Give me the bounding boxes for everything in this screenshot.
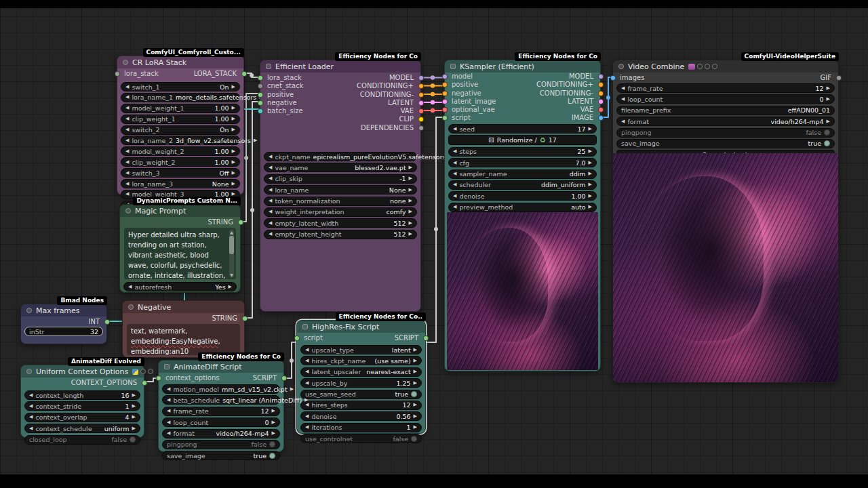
toggle-knob-icon[interactable] bbox=[269, 441, 275, 447]
left-arrow-icon[interactable]: ◀ bbox=[269, 221, 272, 226]
input-port-negative[interactable] bbox=[442, 91, 448, 96]
graph-canvas[interactable]: ComfyUI_Comfyroll_Custo... CR LoRA Stack… bbox=[0, 0, 868, 488]
widget-save_image[interactable]: save_imagetrue bbox=[162, 451, 280, 460]
node-uniform-context-options[interactable]: AnimateDiff Evolved Uniform Context Opti… bbox=[20, 365, 144, 438]
widget-switch_1[interactable]: ◀switch_1On▶ bbox=[121, 82, 240, 92]
widget-hires_ckpt_name[interactable]: ◀hires_ckpt_name(use same)▶ bbox=[300, 356, 422, 365]
output-port-LORA_STACK[interactable] bbox=[241, 71, 247, 77]
output-port-IMAGE[interactable] bbox=[598, 115, 604, 121]
scrollbar-thumb[interactable] bbox=[229, 236, 234, 254]
widget-empty_latent_width[interactable]: ◀empty_latent_width512▶ bbox=[264, 218, 417, 228]
node-header[interactable]: Max frames bbox=[21, 304, 106, 317]
left-arrow-icon[interactable]: ◀ bbox=[269, 188, 272, 192]
left-arrow-icon[interactable]: ◀ bbox=[29, 404, 33, 409]
right-arrow-icon[interactable]: ▶ bbox=[827, 119, 830, 124]
left-arrow-icon[interactable]: ◀ bbox=[453, 171, 456, 176]
left-arrow-icon[interactable]: ◀ bbox=[125, 95, 129, 100]
right-arrow-icon[interactable]: ▶ bbox=[272, 409, 275, 413]
right-arrow-icon[interactable]: ▶ bbox=[232, 106, 235, 110]
right-arrow-icon[interactable]: ▶ bbox=[229, 285, 232, 289]
right-arrow-icon[interactable]: ▶ bbox=[409, 232, 412, 237]
left-arrow-icon[interactable]: ◀ bbox=[453, 182, 456, 187]
right-arrow-icon[interactable]: ▶ bbox=[132, 404, 136, 409]
right-arrow-icon[interactable]: ▶ bbox=[232, 182, 235, 186]
right-arrow-icon[interactable]: ▶ bbox=[414, 348, 417, 352]
widget-format[interactable]: ◀formatvideo/h264-mp4▶ bbox=[616, 117, 835, 126]
output-port-CONDITIONING+[interactable] bbox=[418, 83, 424, 89]
output-port-DEPENDENCIES[interactable] bbox=[418, 125, 424, 131]
left-arrow-icon[interactable]: ◀ bbox=[125, 138, 129, 143]
widget-model_weight_2[interactable]: ◀model_weight_21.00▶ bbox=[121, 146, 240, 156]
input-port-positive[interactable] bbox=[442, 82, 448, 87]
output-port-CONDITIONING-[interactable] bbox=[418, 92, 424, 98]
left-arrow-icon[interactable]: ◀ bbox=[269, 199, 272, 203]
right-arrow-icon[interactable]: ▶ bbox=[232, 171, 235, 176]
scroll-up-icon[interactable]: ▲ bbox=[229, 230, 234, 235]
left-arrow-icon[interactable]: ◀ bbox=[167, 387, 170, 392]
output-port-MODEL[interactable] bbox=[598, 74, 604, 79]
right-arrow-icon[interactable]: ▶ bbox=[414, 381, 417, 386]
widget-switch_2[interactable]: ◀switch_2On▶ bbox=[121, 125, 240, 135]
prompt-textarea[interactable]: Hyper detailed ultra sharp, trending on … bbox=[124, 228, 236, 279]
node-header[interactable]: Uniform Context Options bbox=[21, 365, 144, 378]
textarea-scrollbar[interactable]: ▲▼ bbox=[229, 230, 234, 277]
widget-context_stride[interactable]: ◀context_stride1▶ bbox=[24, 401, 140, 411]
left-arrow-icon[interactable]: ◀ bbox=[305, 348, 309, 352]
right-arrow-icon[interactable]: ▶ bbox=[827, 97, 830, 102]
right-arrow-icon[interactable]: ▶ bbox=[409, 188, 412, 192]
widget-empty_latent_height[interactable]: ◀empty_latent_height512▶ bbox=[264, 230, 417, 239]
left-arrow-icon[interactable]: ◀ bbox=[269, 155, 272, 159]
widget-preview_method[interactable]: ◀preview_methodauto▶ bbox=[448, 203, 597, 212]
output-port-SCRIPT[interactable] bbox=[423, 336, 429, 341]
input-port-cnet_stack[interactable] bbox=[258, 83, 263, 89]
widget-weight_interpretation[interactable]: ◀weight_interpretationcomfy▶ bbox=[264, 207, 417, 217]
right-arrow-icon[interactable]: ▶ bbox=[132, 393, 136, 398]
widget-pingpong[interactable]: pingpongfalse bbox=[616, 128, 835, 138]
input-port-model[interactable] bbox=[442, 74, 448, 79]
widget-context_overlap[interactable]: ◀context_overlap4▶ bbox=[24, 413, 140, 422]
output-port-CLIP[interactable] bbox=[418, 117, 424, 122]
widget-ckpt_name[interactable]: ◀ckpt_nameepicrealism_pureEvolutionV5.sa… bbox=[264, 152, 417, 161]
right-arrow-icon[interactable]: ▶ bbox=[589, 205, 592, 209]
widget-pingpong[interactable]: pingpongfalse bbox=[162, 440, 280, 449]
left-arrow-icon[interactable]: ◀ bbox=[621, 86, 625, 91]
right-arrow-icon[interactable]: ▶ bbox=[409, 209, 412, 214]
right-arrow-icon[interactable]: ▶ bbox=[304, 398, 308, 403]
left-arrow-icon[interactable]: ◀ bbox=[453, 194, 456, 199]
left-arrow-icon[interactable]: ◀ bbox=[305, 381, 309, 386]
left-arrow-icon[interactable]: ◀ bbox=[305, 369, 309, 374]
right-arrow-icon[interactable]: ▶ bbox=[272, 420, 275, 425]
widget-loop_count[interactable]: ◀loop_count0▶ bbox=[162, 418, 280, 427]
right-arrow-icon[interactable]: ▶ bbox=[414, 403, 417, 407]
left-arrow-icon[interactable]: ◀ bbox=[128, 285, 132, 289]
left-arrow-icon[interactable]: ◀ bbox=[621, 97, 625, 102]
right-arrow-icon[interactable]: ▶ bbox=[409, 221, 412, 226]
widget-iterations[interactable]: ◀iterations1▶ bbox=[300, 423, 422, 432]
right-arrow-icon[interactable]: ▶ bbox=[589, 182, 592, 187]
output-port-VAE[interactable] bbox=[418, 108, 424, 114]
widget-clip_skip[interactable]: ◀clip_skip-1▶ bbox=[264, 174, 417, 184]
node-header[interactable]: Negative bbox=[123, 301, 244, 313]
left-arrow-icon[interactable]: ◀ bbox=[125, 160, 129, 165]
widget-lora_name[interactable]: ◀lora_nameNone▶ bbox=[264, 185, 417, 195]
output-port-CONDITIONING+[interactable] bbox=[598, 82, 604, 87]
toggle-knob-icon[interactable] bbox=[411, 436, 417, 442]
widget-hires_steps[interactable]: ◀hires_steps12▶ bbox=[300, 401, 422, 410]
left-arrow-icon[interactable]: ◀ bbox=[29, 393, 33, 398]
right-arrow-icon[interactable]: ▶ bbox=[232, 127, 235, 132]
left-arrow-icon[interactable]: ◀ bbox=[621, 119, 625, 124]
output-port-LATENT[interactable] bbox=[598, 99, 604, 104]
left-arrow-icon[interactable]: ◀ bbox=[453, 127, 456, 131]
right-arrow-icon[interactable]: ▶ bbox=[414, 359, 417, 363]
left-arrow-icon[interactable]: ◀ bbox=[269, 176, 272, 181]
widget-upscale_type[interactable]: ◀upscale_typelatent▶ bbox=[300, 345, 422, 354]
left-arrow-icon[interactable]: ◀ bbox=[125, 85, 129, 89]
widget-denoise[interactable]: ◀denoise1.00▶ bbox=[448, 191, 597, 201]
collapse-dot-icon[interactable] bbox=[618, 64, 624, 69]
right-arrow-icon[interactable]: ▶ bbox=[589, 171, 592, 176]
widget-model_weight_1[interactable]: ◀model_weight_11.00▶ bbox=[121, 104, 240, 113]
right-arrow-icon[interactable]: ▶ bbox=[414, 414, 417, 419]
widget-beta_schedule[interactable]: ◀beta_schedulesqrt_linear (AnimateDiff)▶ bbox=[162, 395, 280, 405]
right-arrow-icon[interactable]: ▶ bbox=[589, 194, 592, 199]
widget-latent_upscaler[interactable]: ◀latent_upscalernearest-exact▶ bbox=[300, 367, 422, 377]
